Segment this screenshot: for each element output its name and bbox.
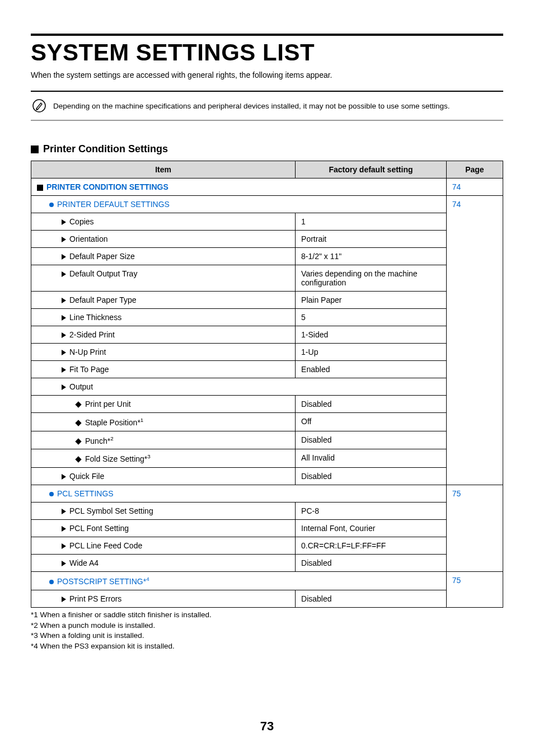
note-text: Depending on the machine specifications … <box>48 102 449 110</box>
table-row: PRINTER CONDITION SETTINGS74 <box>31 179 503 196</box>
footnote-line: *2 When a punch module is installed. <box>31 621 503 631</box>
header-item: Item <box>31 161 296 179</box>
item-cell: PCL SETTINGS <box>31 485 447 502</box>
item-label: PCL Symbol Set Setting <box>69 506 153 515</box>
table-row: 2-Sided Print1-Sided <box>31 326 503 344</box>
note-box: Depending on the machine specifications … <box>31 91 503 121</box>
diamond-bullet-icon <box>75 438 81 444</box>
triangle-bullet-icon <box>62 474 66 480</box>
default-cell: 1-Sided <box>296 326 447 344</box>
item-cell: Fold Size Setting*3 <box>31 449 296 468</box>
item-label: Fit To Page <box>69 365 109 374</box>
footnote-line: *1 When a finisher or saddle stitch fini… <box>31 610 503 621</box>
item-label: PRINTER CONDITION SETTINGS <box>46 182 168 191</box>
triangle-bullet-icon <box>62 332 66 338</box>
table-row: Quick FileDisabled <box>31 467 503 485</box>
item-label: PRINTER DEFAULT SETTINGS <box>57 200 170 209</box>
default-cell: Disabled <box>296 554 447 571</box>
square-bullet-icon <box>31 145 39 153</box>
table-row: Print PS ErrorsDisabled <box>31 590 503 607</box>
item-cell: Default Output Tray <box>31 265 296 292</box>
item-cell: PCL Font Setting <box>31 519 296 537</box>
page-link[interactable]: 75 <box>446 571 503 607</box>
item-label: Output <box>69 382 93 391</box>
table-row: Default Paper Size8-1/2" x 11" <box>31 248 503 265</box>
item-label: Wide A4 <box>69 558 99 567</box>
item-cell: Print PS Errors <box>31 590 296 607</box>
item-label: Print PS Errors <box>69 594 121 603</box>
pencil-circle-icon <box>31 98 48 113</box>
item-label: N-Up Print <box>69 348 106 356</box>
item-label: PCL Font Setting <box>69 524 129 533</box>
default-cell: 1-Up <box>296 344 447 361</box>
footnote-line: *3 When a folding unit is installed. <box>31 631 503 641</box>
item-cell: Copies <box>31 213 296 231</box>
table-row: Punch*2Disabled <box>31 431 503 449</box>
page-link[interactable]: 74 <box>446 196 503 485</box>
intro-text: When the system settings are accessed wi… <box>31 71 503 79</box>
default-cell: Varies depending on the machine configur… <box>296 265 447 292</box>
triangle-bullet-icon <box>62 597 66 602</box>
header-default: Factory default setting <box>296 161 447 179</box>
table-row: PCL Line Feed Code0.CR=CR:LF=LF:FF=FF <box>31 537 503 554</box>
item-label: Default Paper Size <box>69 252 135 261</box>
document-page: SYSTEM SETTINGS LIST When the system set… <box>0 0 534 756</box>
footnote-line: *4 When the PS3 expansion kit is install… <box>31 641 503 652</box>
triangle-bullet-icon <box>62 543 66 549</box>
item-label: POSTSCRIPT SETTING* <box>57 577 146 586</box>
diamond-bullet-icon <box>75 420 81 426</box>
table-row: PCL SETTINGS75 <box>31 485 503 502</box>
table-header-row: Item Factory default setting Page <box>31 161 503 179</box>
default-cell: Disabled <box>296 396 447 413</box>
table-row: Wide A4Disabled <box>31 554 503 571</box>
table-row: PCL Symbol Set SettingPC-8 <box>31 502 503 519</box>
default-cell: Disabled <box>296 431 447 449</box>
table-row: Fit To PageEnabled <box>31 361 503 378</box>
footnotes: *1 When a finisher or saddle stitch fini… <box>31 610 503 652</box>
item-label: 2-Sided Print <box>69 330 115 339</box>
triangle-bullet-icon <box>62 367 66 373</box>
header-page: Page <box>446 161 503 179</box>
default-cell: Portrait <box>296 231 447 248</box>
page-link[interactable]: 75 <box>446 485 503 571</box>
default-cell: Enabled <box>296 361 447 378</box>
item-cell: PCL Symbol Set Setting <box>31 502 296 519</box>
item-cell: POSTSCRIPT SETTING*4 <box>31 571 447 590</box>
square-bullet-icon <box>37 185 43 191</box>
triangle-bullet-icon <box>62 254 66 260</box>
triangle-bullet-icon <box>62 384 66 390</box>
table-row: PRINTER DEFAULT SETTINGS74 <box>31 196 503 213</box>
table-row: Output <box>31 378 503 396</box>
triangle-bullet-icon <box>62 237 66 242</box>
default-cell: 1 <box>296 213 447 231</box>
table-row: Print per UnitDisabled <box>31 396 503 413</box>
item-label: Quick File <box>69 472 104 481</box>
item-label: Staple Position* <box>85 418 140 427</box>
default-cell: 8-1/2" x 11" <box>296 248 447 265</box>
triangle-bullet-icon <box>62 271 66 277</box>
item-cell: Wide A4 <box>31 554 296 571</box>
item-label: Default Output Tray <box>69 269 137 278</box>
svg-point-0 <box>33 100 45 112</box>
item-label: PCL Line Feed Code <box>69 541 142 550</box>
default-cell: Internal Font, Courier <box>296 519 447 537</box>
table-row: OrientationPortrait <box>31 231 503 248</box>
section-heading-text: Printer Condition Settings <box>43 143 168 155</box>
triangle-bullet-icon <box>62 219 66 225</box>
diamond-bullet-icon <box>75 402 81 408</box>
item-cell: Print per Unit <box>31 396 296 413</box>
circle-bullet-icon <box>49 580 54 584</box>
table-row: Default Output TrayVaries depending on t… <box>31 265 503 292</box>
item-cell: Line Thickness <box>31 309 296 326</box>
page-link[interactable]: 74 <box>446 179 503 196</box>
triangle-bullet-icon <box>62 350 66 355</box>
default-cell: 0.CR=CR:LF=LF:FF=FF <box>296 537 447 554</box>
default-cell: Disabled <box>296 467 447 485</box>
default-cell: Disabled <box>296 590 447 607</box>
item-cell: PCL Line Feed Code <box>31 537 296 554</box>
triangle-bullet-icon <box>62 298 66 303</box>
top-rule <box>31 34 503 36</box>
circle-bullet-icon <box>49 492 54 496</box>
triangle-bullet-icon <box>62 526 66 532</box>
table-row: N-Up Print1-Up <box>31 344 503 361</box>
